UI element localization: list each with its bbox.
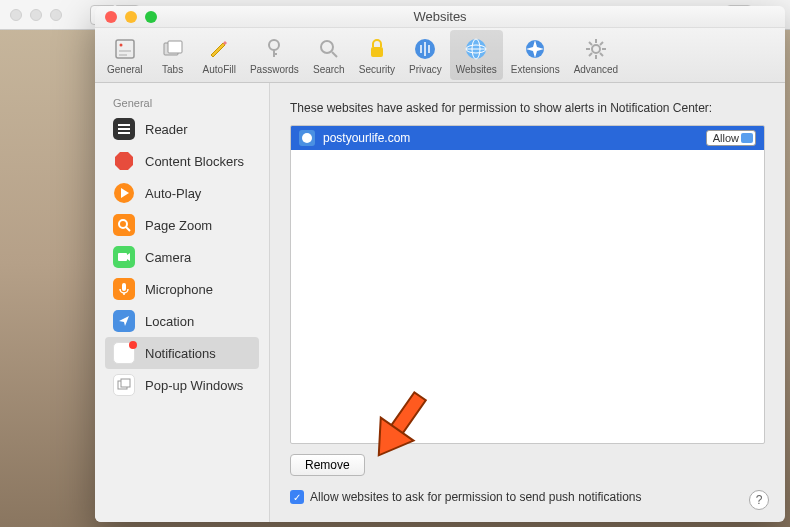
passwords-icon xyxy=(261,36,287,62)
tab-label: Passwords xyxy=(250,64,299,75)
svg-line-25 xyxy=(600,53,603,56)
tab-search[interactable]: Search xyxy=(307,30,351,80)
sidebar-item-auto-play[interactable]: Auto-Play xyxy=(105,177,259,209)
browser-close[interactable] xyxy=(10,9,22,21)
svg-rect-11 xyxy=(371,47,383,57)
tab-tabs[interactable]: Tabs xyxy=(151,30,195,80)
sidebar-item-reader[interactable]: Reader xyxy=(105,113,259,145)
svg-point-34 xyxy=(119,220,127,228)
sidebar: General Reader Content Blockers Auto-Pla… xyxy=(95,83,270,522)
sidebar-label: Location xyxy=(145,314,194,329)
help-button[interactable]: ? xyxy=(749,490,769,510)
svg-line-10 xyxy=(332,52,337,57)
browser-zoom[interactable] xyxy=(50,9,62,21)
microphone-icon xyxy=(113,278,135,300)
sidebar-label: Content Blockers xyxy=(145,154,244,169)
permission-select[interactable]: Allow xyxy=(706,130,756,146)
tab-advanced[interactable]: Advanced xyxy=(568,30,624,80)
window-title: Websites xyxy=(413,9,466,24)
browser-minimize[interactable] xyxy=(30,9,42,21)
sidebar-label: Microphone xyxy=(145,282,213,297)
main-panel: These websites have asked for permission… xyxy=(270,83,785,522)
security-icon xyxy=(364,36,390,62)
svg-line-26 xyxy=(589,53,592,56)
sidebar-item-popup-windows[interactable]: Pop-up Windows xyxy=(105,369,259,401)
tab-autofill[interactable]: AutoFill xyxy=(197,30,242,80)
svg-rect-5 xyxy=(168,41,182,53)
location-icon xyxy=(113,310,135,332)
tab-label: Security xyxy=(359,64,395,75)
svg-rect-38 xyxy=(122,283,126,291)
svg-rect-42 xyxy=(121,379,130,387)
allow-ask-row[interactable]: ✓ Allow websites to ask for permission t… xyxy=(290,490,765,504)
svg-rect-29 xyxy=(118,128,130,130)
sidebar-label: Pop-up Windows xyxy=(145,378,243,393)
reader-icon xyxy=(113,118,135,140)
svg-marker-37 xyxy=(127,253,130,261)
camera-icon xyxy=(113,246,135,268)
page-zoom-icon xyxy=(113,214,135,236)
tab-general[interactable]: General xyxy=(101,30,149,80)
svg-rect-3 xyxy=(119,54,127,56)
sidebar-label: Camera xyxy=(145,250,191,265)
tab-label: AutoFill xyxy=(203,64,236,75)
sidebar-label: Page Zoom xyxy=(145,218,212,233)
zoom-button[interactable] xyxy=(145,11,157,23)
tab-label: Extensions xyxy=(511,64,560,75)
websites-icon xyxy=(463,36,489,62)
sidebar-item-page-zoom[interactable]: Page Zoom xyxy=(105,209,259,241)
sidebar-item-notifications[interactable]: Notifications xyxy=(105,337,259,369)
description-text: These websites have asked for permission… xyxy=(290,101,765,115)
svg-point-1 xyxy=(119,43,122,46)
tab-label: Search xyxy=(313,64,345,75)
tab-label: Tabs xyxy=(162,64,183,75)
advanced-icon xyxy=(583,36,609,62)
website-row[interactable]: postyourlife.com Allow xyxy=(291,126,764,150)
prefs-toolbar: General Tabs AutoFill Passwords Search S… xyxy=(95,28,785,83)
autofill-icon xyxy=(206,36,232,62)
popup-icon xyxy=(113,374,135,396)
checkbox-label: Allow websites to ask for permission to … xyxy=(310,490,642,504)
privacy-icon xyxy=(412,36,438,62)
close-button[interactable] xyxy=(105,11,117,23)
tab-passwords[interactable]: Passwords xyxy=(244,30,305,80)
tab-extensions[interactable]: Extensions xyxy=(505,30,566,80)
site-domain: postyourlife.com xyxy=(323,131,410,145)
sidebar-item-camera[interactable]: Camera xyxy=(105,241,259,273)
sidebar-label: Auto-Play xyxy=(145,186,201,201)
svg-rect-2 xyxy=(119,50,131,52)
svg-rect-28 xyxy=(118,124,130,126)
svg-rect-8 xyxy=(273,53,277,55)
sidebar-label: Reader xyxy=(145,122,188,137)
tab-label: Privacy xyxy=(409,64,442,75)
extensions-icon xyxy=(522,36,548,62)
svg-line-35 xyxy=(126,227,130,231)
svg-line-27 xyxy=(600,42,603,45)
notification-badge xyxy=(129,341,137,349)
site-favicon xyxy=(299,130,315,146)
svg-rect-36 xyxy=(118,253,127,261)
svg-point-6 xyxy=(269,40,279,50)
preferences-window: Websites General Tabs AutoFill Passwords… xyxy=(95,6,785,522)
tab-privacy[interactable]: Privacy xyxy=(403,30,448,80)
search-icon xyxy=(316,36,342,62)
sidebar-item-microphone[interactable]: Microphone xyxy=(105,273,259,305)
minimize-button[interactable] xyxy=(125,11,137,23)
sidebar-label: Notifications xyxy=(145,346,216,361)
allow-ask-checkbox[interactable]: ✓ xyxy=(290,490,304,504)
svg-point-19 xyxy=(592,45,600,53)
website-list[interactable]: postyourlife.com Allow xyxy=(290,125,765,444)
general-icon xyxy=(112,36,138,62)
svg-marker-40 xyxy=(119,316,129,326)
tab-label: Websites xyxy=(456,64,497,75)
tabs-icon xyxy=(160,36,186,62)
tab-label: Advanced xyxy=(574,64,618,75)
titlebar[interactable]: Websites xyxy=(95,6,785,28)
sidebar-item-content-blockers[interactable]: Content Blockers xyxy=(105,145,259,177)
svg-point-9 xyxy=(321,41,333,53)
tab-label: General xyxy=(107,64,143,75)
sidebar-item-location[interactable]: Location xyxy=(105,305,259,337)
tab-websites[interactable]: Websites xyxy=(450,30,503,80)
tab-security[interactable]: Security xyxy=(353,30,401,80)
remove-button[interactable]: Remove xyxy=(290,454,365,476)
